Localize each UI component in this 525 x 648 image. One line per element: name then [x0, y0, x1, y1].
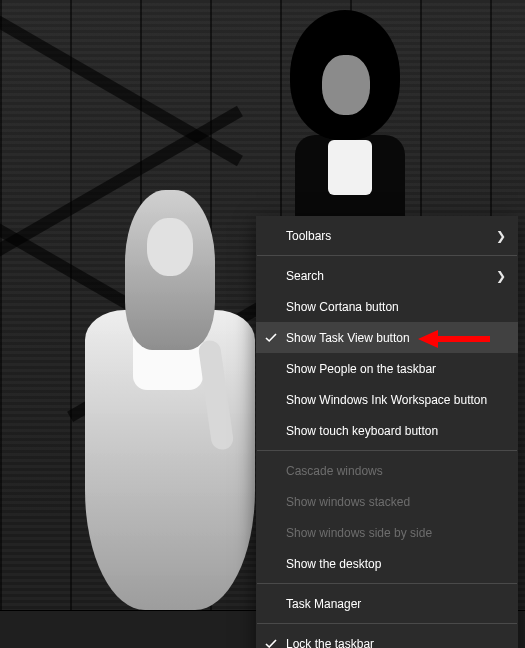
menu-item-show-people-on-the-taskbar[interactable]: Show People on the taskbar [256, 353, 518, 384]
wallpaper-figure-sitting [55, 190, 265, 610]
menu-item-show-windows-ink-workspace-button[interactable]: Show Windows Ink Workspace button [256, 384, 518, 415]
menu-item-label: Show windows side by side [286, 526, 506, 540]
menu-item-show-task-view-button[interactable]: Show Task View button [256, 322, 518, 353]
menu-separator [257, 623, 517, 624]
menu-item-label: Cascade windows [286, 464, 506, 478]
check-icon [256, 638, 286, 649]
menu-item-show-windows-side-by-side: Show windows side by side [256, 517, 518, 548]
menu-item-show-windows-stacked: Show windows stacked [256, 486, 518, 517]
chevron-right-icon: ❯ [496, 229, 506, 243]
menu-item-label: Search [286, 269, 490, 283]
chevron-right-icon: ❯ [496, 269, 506, 283]
menu-item-label: Show touch keyboard button [286, 424, 506, 438]
menu-separator [257, 450, 517, 451]
menu-item-search[interactable]: Search❯ [256, 260, 518, 291]
menu-item-toolbars[interactable]: Toolbars❯ [256, 220, 518, 251]
menu-item-label: Task Manager [286, 597, 506, 611]
menu-separator [257, 583, 517, 584]
wallpaper-decor [0, 6, 243, 166]
menu-item-cascade-windows: Cascade windows [256, 455, 518, 486]
menu-item-task-manager[interactable]: Task Manager [256, 588, 518, 619]
menu-item-show-cortana-button[interactable]: Show Cortana button [256, 291, 518, 322]
menu-item-label: Show Task View button [286, 331, 506, 345]
menu-separator [257, 255, 517, 256]
menu-item-label: Toolbars [286, 229, 490, 243]
menu-item-label: Show Cortana button [286, 300, 506, 314]
menu-item-label: Show the desktop [286, 557, 506, 571]
menu-item-label: Show windows stacked [286, 495, 506, 509]
menu-item-label: Lock the taskbar [286, 637, 506, 649]
check-icon [256, 332, 286, 344]
menu-item-show-the-desktop[interactable]: Show the desktop [256, 548, 518, 579]
menu-item-label: Show People on the taskbar [286, 362, 506, 376]
taskbar-context-menu: Toolbars❯Search❯Show Cortana buttonShow … [256, 216, 518, 648]
menu-item-show-touch-keyboard-button[interactable]: Show touch keyboard button [256, 415, 518, 446]
menu-item-lock-the-taskbar[interactable]: Lock the taskbar [256, 628, 518, 648]
menu-item-label: Show Windows Ink Workspace button [286, 393, 506, 407]
